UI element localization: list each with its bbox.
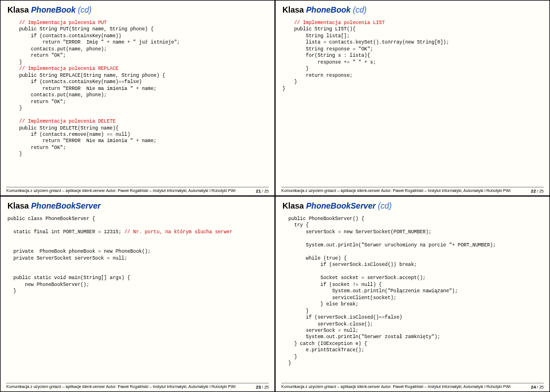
title-prefix: Klasa — [7, 5, 29, 14]
code-line: if (serverSock.isClosed()==false) — [282, 315, 402, 320]
slide-21: Klasa PhoneBook (cd) // Implementacja po… — [0, 0, 275, 196]
code-line: serverSock = null; — [282, 328, 359, 334]
comment: // Implementacja polecenia LIST — [282, 20, 385, 26]
code-line: public class PhoneBookServer { — [7, 216, 95, 222]
code-line: e.printStackTrace(); — [282, 347, 364, 353]
code-line: try { — [282, 222, 309, 228]
slide-footer: Komunikacja z użyciem gniazd – aplikacje… — [281, 187, 544, 194]
code-line: return "ERROR Imię " + name + " już istn… — [7, 40, 180, 45]
code-line: } else break; — [282, 301, 359, 307]
title-class: PhoneBook — [306, 5, 351, 14]
code-line: } — [282, 79, 297, 85]
code-line: System.out.println("Serwer uruchomiony n… — [282, 242, 496, 248]
code-line: serverSock.close(); — [282, 322, 373, 327]
code-line: return response; — [282, 73, 352, 79]
page-number: 22 / 25 — [531, 189, 544, 194]
title-prefix: Klasa — [282, 201, 304, 210]
code-line: public String LIST(){ — [282, 26, 356, 32]
code-line: return "ERROR Nie ma imienia " + name; — [7, 138, 156, 144]
code-line: Socket socket = serverSock.accept(); — [282, 275, 426, 281]
title-class: PhoneBookServer — [306, 201, 375, 210]
code-line: } — [7, 288, 16, 294]
comment: // Implementacja polecenia REPLACE — [7, 66, 119, 72]
code-line: } — [7, 151, 22, 157]
code-line: response += " " + s; — [282, 60, 376, 65]
code-line: if (serverSock.isClosed()) break; — [282, 262, 417, 268]
slide-22: Klasa PhoneBook (cd) // Implementacja po… — [275, 0, 550, 196]
page-number: 21 / 25 — [256, 189, 269, 194]
code-block: // Implementacja polecenia PUT public St… — [7, 20, 268, 158]
comment: // Nr. portu, na którym słucha serwer — [121, 229, 233, 235]
slide-title: Klasa PhoneBookServer (cd) — [282, 201, 543, 210]
code-line: } catch (IOException e) { — [282, 341, 367, 347]
code-line: return "OK"; — [7, 145, 66, 151]
code-line: if (contacts.containsKey(name)) — [7, 33, 121, 39]
code-line: System.out.println("Serwer został zamkni… — [282, 334, 440, 340]
code-line: if (socket != null) { — [282, 282, 382, 288]
code-line: } — [282, 308, 309, 314]
code-line: lista = contacts.keySet().toArray(new St… — [282, 40, 449, 45]
code-line: } — [7, 60, 22, 65]
title-class: PhoneBookServer — [31, 201, 100, 210]
slide-23: Klasa PhoneBookServer public class Phone… — [0, 196, 275, 392]
code-block: public PhoneBookServer() { try { serverS… — [282, 216, 543, 367]
footer-text: Komunikacja z użyciem gniazd – aplikacje… — [6, 385, 236, 389]
code-line: } — [282, 360, 291, 366]
code-line: System.out.println("Połączenie nawiązane… — [282, 288, 458, 294]
code-line: contacts.put(name, phone); — [7, 92, 107, 98]
code-line: public PhoneBookServer() { — [282, 216, 364, 222]
code-line: public String PUT(String name, String ph… — [7, 26, 154, 32]
title-suffix: (cd) — [353, 5, 367, 14]
slide-footer: Komunikacja z użyciem gniazd – aplikacje… — [6, 187, 269, 194]
code-line: for(String s : lista){ — [282, 53, 370, 58]
code-line: public static void main(String[] args) { — [7, 275, 130, 281]
code-block: // Implementacja polecenia LIST public S… — [282, 20, 543, 92]
code-line: } — [7, 105, 22, 111]
comment: // Implementacja polecenia DELETE — [7, 119, 116, 124]
slide-footer: Komunikacja z użyciem gniazd – aplikacje… — [6, 383, 269, 390]
code-line: public String DELETE(String name){ — [7, 126, 119, 131]
code-line: static final int PORT_NUMBER = 12315; — [7, 229, 121, 235]
code-line: String response = "OK"; — [282, 46, 373, 52]
code-line: new PhoneBookServer(); — [7, 282, 89, 288]
footer-text: Komunikacja z użyciem gniazd – aplikacje… — [281, 189, 511, 193]
slide-title: Klasa PhoneBook (cd) — [7, 5, 268, 14]
slide-footer: Komunikacja z użyciem gniazd – aplikacje… — [281, 383, 544, 390]
footer-text: Komunikacja z użyciem gniazd – aplikacje… — [6, 189, 236, 193]
code-line: serviceClient(socket); — [282, 295, 396, 301]
code-line: } — [282, 66, 309, 72]
title-prefix: Klasa — [282, 5, 304, 14]
comment: // Implementacja polecenia PUT — [7, 20, 107, 26]
page-number: 23 / 25 — [256, 385, 269, 390]
code-line: private PhoneBook phoneBook = new PhoneB… — [7, 249, 151, 254]
code-line: return "ERROR Nie ma imienia " + name; — [7, 86, 156, 92]
slide-24: Klasa PhoneBookServer (cd) public PhoneB… — [275, 196, 550, 392]
code-line: if (contacts.remove(name) == null) — [7, 132, 130, 138]
code-line: String lista[]; — [282, 33, 349, 39]
code-line: private ServerSocket serverSock = null; — [7, 256, 127, 261]
page-number: 24 / 25 — [531, 385, 544, 390]
code-line: } — [282, 354, 297, 360]
title-prefix: Klasa — [7, 201, 29, 210]
footer-text: Komunikacja z użyciem gniazd – aplikacje… — [281, 385, 511, 389]
title-suffix: (cd) — [378, 201, 392, 210]
code-block: public class PhoneBookServer { static fi… — [7, 216, 268, 295]
code-line: return "OK"; — [7, 53, 66, 58]
code-line: while (true) { — [282, 256, 347, 261]
code-line: return "OK"; — [7, 99, 66, 105]
slide-title: Klasa PhoneBook (cd) — [282, 5, 543, 14]
code-line: contacts.put(name, phone); — [7, 46, 107, 52]
slide-title: Klasa PhoneBookServer — [7, 201, 268, 210]
code-line: } — [282, 86, 285, 92]
title-class: PhoneBook — [31, 5, 76, 14]
code-line: public String REPLACE(String name, Strin… — [7, 73, 165, 79]
code-line: serverSock = new ServerSocket(PORT_NUMBE… — [282, 229, 431, 235]
code-line: if (contacts.containsKey(name)==false) — [7, 79, 142, 85]
title-suffix: (cd) — [78, 5, 92, 14]
